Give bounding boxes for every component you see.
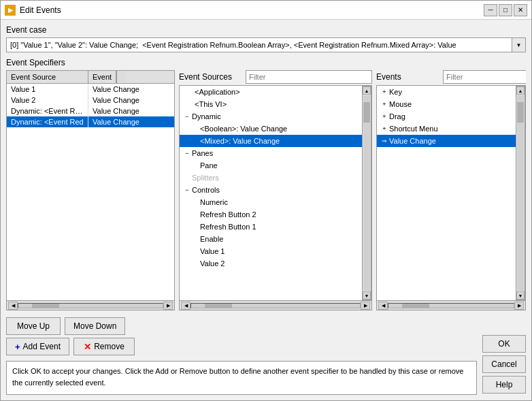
right-panel-hscroll[interactable]: ◀ ▶ <box>377 300 525 310</box>
help-button[interactable]: Help <box>482 376 526 394</box>
tree-item[interactable]: <Application> <box>180 86 362 98</box>
expand-icon[interactable]: + <box>380 112 389 121</box>
event-sources-vscroll[interactable]: ▲ ▼ <box>362 86 371 300</box>
table-row-selected[interactable]: Dynamic: <Event Red Value Change <box>7 116 174 127</box>
cell-source: Dynamic: <Event Rec... <box>7 106 88 116</box>
tree-item[interactable]: + Shortcut Menu <box>377 123 516 135</box>
hscroll-track[interactable] <box>190 303 361 308</box>
scroll-left-arrow[interactable]: ◀ <box>8 302 18 310</box>
hscroll-track[interactable] <box>388 303 514 308</box>
ok-button[interactable]: OK <box>482 335 526 353</box>
expand-icon[interactable]: + <box>380 124 389 133</box>
plus-icon: + <box>15 342 20 352</box>
tree-item-selected[interactable]: ⇒ Value Change <box>377 135 516 147</box>
left-panel-hscroll[interactable]: ◀ ▶ <box>7 300 174 310</box>
cancel-button[interactable]: Cancel <box>482 355 526 373</box>
expand-icon[interactable]: ⇒ <box>380 136 389 146</box>
vscroll-down[interactable]: ▼ <box>516 291 525 300</box>
tree-item-label: Refresh Button 2 <box>200 210 256 219</box>
expand-icon[interactable] <box>185 87 195 97</box>
table-row[interactable]: Value 1 Value Change <box>7 84 174 95</box>
tree-item[interactable]: Value 1 <box>180 245 362 257</box>
events-tree-scroll[interactable]: + Key + Mouse + Drag <box>377 86 516 300</box>
scroll-left-arrow[interactable]: ◀ <box>181 302 190 310</box>
table-row[interactable]: Value 2 Value Change <box>7 95 174 106</box>
event-case-dropdown[interactable]: ▼ <box>512 37 526 52</box>
remove-button[interactable]: ✕ Remove <box>73 338 135 355</box>
vscroll-thumb[interactable] <box>517 102 524 123</box>
move-down-button[interactable]: Move Down <box>65 317 125 335</box>
expand-icon[interactable]: − <box>182 112 192 121</box>
tree-item[interactable]: Numeric <box>180 196 362 208</box>
vscroll-track[interactable] <box>363 95 370 291</box>
move-buttons-row: Move Up Move Down <box>6 315 477 335</box>
vscroll-down[interactable]: ▼ <box>363 291 371 300</box>
tree-item[interactable]: Refresh Button 2 <box>180 208 362 221</box>
tree-item-label: Key <box>389 88 402 96</box>
tree-scroll-area: <Application> <This VI> − Dynamic <box>180 86 371 300</box>
close-button[interactable]: ✕ <box>514 4 527 16</box>
expand-icon[interactable] <box>190 222 200 231</box>
vscroll-thumb[interactable] <box>363 102 370 123</box>
expand-icon[interactable]: − <box>182 185 192 195</box>
expand-icon[interactable]: + <box>380 87 389 97</box>
col-source-header: Event Source <box>7 71 88 83</box>
expand-icon[interactable] <box>190 161 200 170</box>
events-scroll-area: + Key + Mouse + Drag <box>377 86 525 300</box>
expand-icon[interactable] <box>185 99 195 109</box>
tree-item[interactable]: − Dynamic <box>180 110 362 123</box>
table-row[interactable]: Dynamic: <Event Rec... Value Change <box>7 106 174 116</box>
hscroll-thumb[interactable] <box>32 304 59 308</box>
expand-icon[interactable] <box>190 210 200 219</box>
main-content: Event case ▼ Event Specifiers Event Sour… <box>1 20 531 400</box>
expand-icon[interactable] <box>190 259 200 268</box>
tree-item[interactable]: + Key <box>377 86 516 98</box>
hscroll-track[interactable] <box>18 303 163 308</box>
minimize-button[interactable]: ─ <box>484 4 497 16</box>
vscroll-track[interactable] <box>517 95 524 291</box>
tree-item[interactable]: Enable <box>180 233 362 245</box>
events-filter[interactable] <box>443 70 526 84</box>
scroll-right-arrow[interactable]: ▶ <box>514 302 524 310</box>
add-event-label: Add Event <box>23 342 61 351</box>
hscroll-thumb[interactable] <box>205 304 232 308</box>
cell-event: Value Change <box>88 84 174 95</box>
tree-item-label: <Boolean>: Value Change <box>200 125 287 133</box>
tree-item[interactable]: Refresh Button 1 <box>180 221 362 233</box>
expand-icon[interactable] <box>190 136 200 146</box>
tree-item[interactable]: Value 2 <box>180 257 362 270</box>
maximize-button[interactable]: □ <box>499 4 512 16</box>
tree-item[interactable]: + Mouse <box>377 98 516 110</box>
tree-item-selected[interactable]: <Mixed>: Value Change <box>180 135 362 147</box>
event-case-input[interactable] <box>6 37 512 52</box>
expand-icon[interactable]: + <box>380 99 389 109</box>
events-vscroll[interactable]: ▲ ▼ <box>516 86 525 300</box>
scroll-left-arrow[interactable]: ◀ <box>378 302 388 310</box>
middle-panel-hscroll[interactable]: ◀ ▶ <box>180 300 371 310</box>
move-up-button[interactable]: Move Up <box>6 317 61 335</box>
vscroll-up[interactable]: ▲ <box>363 86 371 95</box>
vscroll-up[interactable]: ▲ <box>516 86 525 95</box>
main-panels: Event Source Event Value 1 Value Change … <box>6 70 526 310</box>
event-sources-filter[interactable] <box>246 70 372 84</box>
tree-item[interactable]: Pane <box>180 159 362 172</box>
expand-icon[interactable]: − <box>182 148 192 158</box>
expand-icon[interactable] <box>190 197 200 207</box>
hscroll-thumb[interactable] <box>402 304 429 308</box>
tree-item[interactable]: − Panes <box>180 147 362 159</box>
info-text: Click OK to accept your changes. Click t… <box>12 367 463 387</box>
tree-item[interactable]: <Boolean>: Value Change <box>180 123 362 135</box>
cell-event: Value Change <box>88 116 174 127</box>
expand-icon[interactable] <box>190 124 200 133</box>
scroll-right-arrow[interactable]: ▶ <box>361 302 370 310</box>
tree-item[interactable]: <This VI> <box>180 98 362 110</box>
scroll-right-arrow[interactable]: ▶ <box>163 302 173 310</box>
tree-item[interactable]: + Drag <box>377 110 516 123</box>
remove-label: Remove <box>94 342 124 351</box>
expand-icon[interactable] <box>190 246 200 256</box>
event-sources-tree-scroll[interactable]: <Application> <This VI> − Dynamic <box>180 86 362 300</box>
expand-icon[interactable] <box>190 234 200 244</box>
events-tree: + Key + Mouse + Drag <box>376 85 526 310</box>
tree-item[interactable]: − Controls <box>180 184 362 196</box>
add-event-button[interactable]: + Add Event <box>6 338 69 355</box>
